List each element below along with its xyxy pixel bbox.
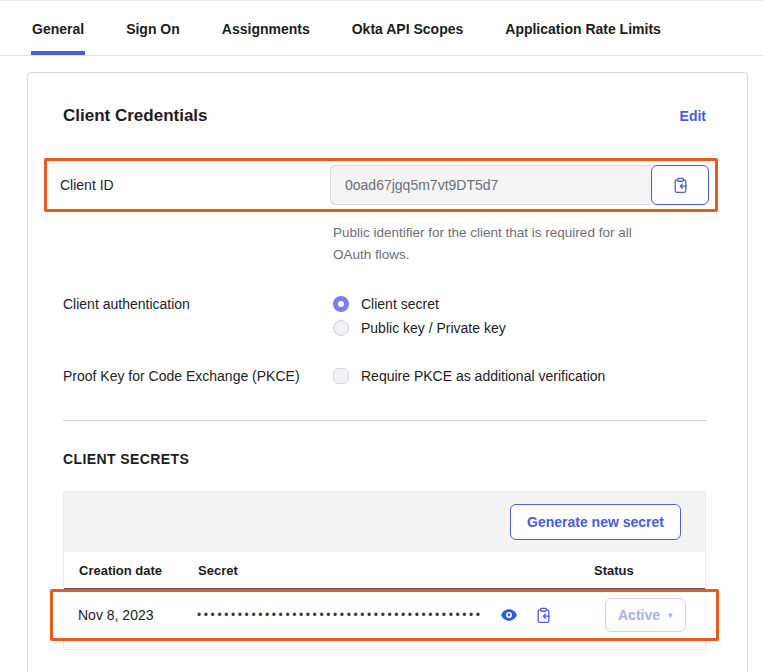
status-dropdown-button[interactable]: Active ▾: [605, 598, 686, 632]
radio-public-key-label: Public key / Private key: [361, 320, 506, 336]
client-id-help-line1: Public identifier for the client that is…: [333, 222, 678, 244]
client-credentials-title: Client Credentials: [63, 106, 208, 126]
client-credentials-header: Client Credentials Edit: [63, 106, 706, 126]
radio-unselected-icon[interactable]: [333, 320, 349, 336]
table-bottom-border: [64, 641, 705, 649]
tab-assignments[interactable]: Assignments: [221, 21, 311, 55]
client-authentication-row: Client authentication Client secret Publ…: [63, 296, 706, 336]
pkce-row: Proof Key for Code Exchange (PKCE) Requi…: [63, 368, 706, 384]
pkce-checkbox-option[interactable]: Require PKCE as additional verification: [333, 368, 605, 384]
app-tab-bar: General Sign On Assignments Okta API Sco…: [0, 1, 763, 56]
edit-link[interactable]: Edit: [680, 108, 706, 124]
radio-option-public-private-key[interactable]: Public key / Private key: [333, 320, 506, 336]
checkbox-unchecked-icon[interactable]: [333, 368, 349, 384]
reveal-secret-button[interactable]: [500, 608, 518, 622]
generate-new-secret-button[interactable]: Generate new secret: [510, 504, 681, 540]
client-id-label: Client ID: [60, 177, 330, 193]
secrets-table-header: Creation date Secret Status: [64, 552, 705, 589]
masked-secret-value: ••••••••••••••••••••••••••••••••••••••••…: [197, 608, 483, 622]
pkce-checkbox-label: Require PKCE as additional verification: [361, 368, 605, 384]
eye-icon: [500, 608, 518, 622]
client-id-input-group: 0oad67jgq5m7vt9DT5d7: [330, 165, 709, 205]
client-id-row-highlight: Client ID 0oad67jgq5m7vt9DT5d7: [44, 158, 718, 212]
column-header-status: Status: [594, 563, 690, 578]
tab-general[interactable]: General: [31, 21, 85, 55]
section-divider: [63, 420, 706, 421]
status-label: Active: [618, 607, 660, 623]
secret-status-cell: Active ▾: [605, 598, 701, 632]
secret-value-cell: ••••••••••••••••••••••••••••••••••••••••…: [197, 607, 605, 624]
radio-client-secret-label: Client secret: [361, 296, 439, 312]
pkce-label: Proof Key for Code Exchange (PKCE): [63, 368, 333, 384]
client-secrets-toolbar: Generate new secret: [64, 492, 705, 552]
client-id-help: Public identifier for the client that is…: [63, 222, 706, 266]
client-id-help-line2: OAuth flows.: [333, 244, 678, 266]
table-row: Nov 8, 2023 ••••••••••••••••••••••••••••…: [53, 592, 716, 638]
client-authentication-label: Client authentication: [63, 296, 333, 336]
general-settings-card: Client Credentials Edit Client ID 0oad67…: [27, 72, 748, 672]
copy-client-id-button[interactable]: [651, 165, 709, 205]
clipboard-copy-icon: [535, 607, 552, 624]
client-secrets-panel: Generate new secret Creation date Secret…: [63, 491, 706, 650]
client-id-value-field[interactable]: 0oad67jgq5m7vt9DT5d7: [330, 165, 651, 205]
column-header-secret: Secret: [198, 563, 594, 578]
radio-selected-icon[interactable]: [333, 296, 349, 312]
radio-option-client-secret[interactable]: Client secret: [333, 296, 506, 312]
client-secrets-title: CLIENT SECRETS: [63, 451, 706, 467]
tab-application-rate-limits[interactable]: Application Rate Limits: [504, 21, 662, 55]
column-header-creation-date: Creation date: [79, 563, 198, 578]
tab-sign-on[interactable]: Sign On: [125, 21, 181, 55]
copy-secret-button[interactable]: [535, 607, 552, 624]
chevron-down-icon: ▾: [668, 610, 673, 620]
secret-creation-date: Nov 8, 2023: [78, 607, 197, 623]
clipboard-copy-icon: [672, 177, 689, 194]
tab-okta-api-scopes[interactable]: Okta API Scopes: [351, 21, 465, 55]
secret-row-highlight: Nov 8, 2023 ••••••••••••••••••••••••••••…: [50, 589, 719, 641]
